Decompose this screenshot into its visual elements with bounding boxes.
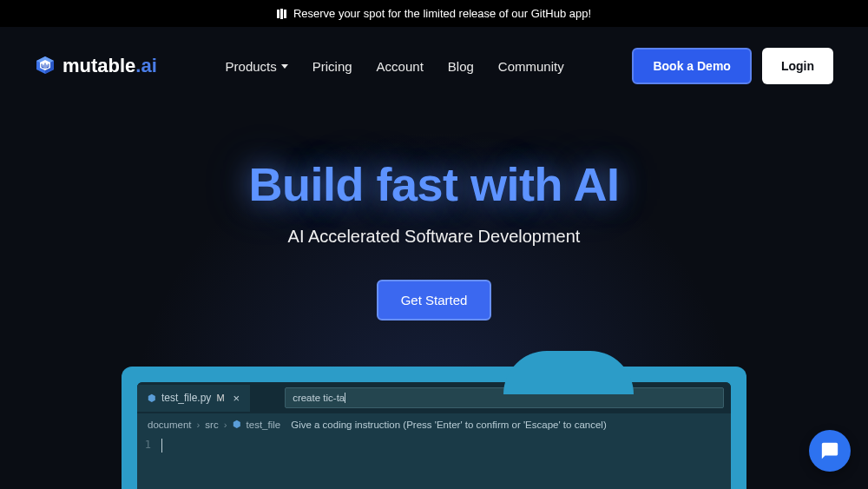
editor-tab[interactable]: ⬢ test_file.py M × bbox=[137, 385, 250, 412]
announcement-text: Reserve your spot for the limited releas… bbox=[293, 7, 591, 20]
book-demo-button[interactable]: Book a Demo bbox=[632, 48, 751, 84]
chat-widget-button[interactable] bbox=[809, 430, 851, 472]
editor-tab-bar: ⬢ test_file.py M × create tic-ta bbox=[137, 382, 731, 413]
python-file-icon: ⬢ bbox=[233, 419, 241, 430]
tab-close-icon[interactable]: × bbox=[233, 392, 240, 405]
hero-subtitle: AI Accelerated Software Development bbox=[0, 227, 868, 247]
crumb[interactable]: src bbox=[205, 420, 218, 430]
editor-breadcrumbs: document › src › ⬢ test_file Give a codi… bbox=[137, 413, 731, 435]
hero-section: Build fast with AI AI Accelerated Softwa… bbox=[0, 105, 868, 320]
code-line[interactable] bbox=[161, 439, 162, 453]
nav-community[interactable]: Community bbox=[498, 59, 564, 74]
nav-products[interactable]: Products bbox=[226, 59, 288, 74]
chat-bubble-icon bbox=[820, 441, 839, 460]
logo[interactable]: mutable.ai bbox=[35, 55, 157, 77]
nav-pricing[interactable]: Pricing bbox=[312, 59, 352, 74]
nav-menu: Products Pricing Account Blog Community bbox=[226, 59, 564, 74]
line-number: 1 bbox=[137, 439, 161, 453]
nav-account[interactable]: Account bbox=[377, 59, 424, 74]
tab-filename: test_file.py bbox=[161, 392, 211, 404]
logo-text: mutable.ai bbox=[62, 55, 157, 77]
logo-cube-icon bbox=[35, 55, 56, 76]
hero-title: Build fast with AI bbox=[0, 157, 868, 211]
editor-preview: ⬢ test_file.py M × create tic-ta documen… bbox=[122, 367, 746, 489]
nav-buttons: Book a Demo Login bbox=[632, 48, 833, 84]
nav-blog[interactable]: Blog bbox=[448, 59, 474, 74]
announcement-icon bbox=[277, 9, 286, 19]
get-started-button[interactable]: Get Started bbox=[377, 280, 492, 320]
crumb[interactable]: test_file bbox=[247, 420, 281, 430]
main-nav: mutable.ai Products Pricing Account Blog… bbox=[0, 27, 868, 105]
announcement-bar[interactable]: Reserve your spot for the limited releas… bbox=[0, 0, 868, 27]
editor-body: 1 bbox=[137, 435, 731, 456]
chevron-down-icon bbox=[281, 64, 288, 69]
login-button[interactable]: Login bbox=[762, 48, 833, 84]
tab-modified-indicator: M bbox=[216, 393, 224, 403]
python-file-icon: ⬢ bbox=[148, 393, 156, 404]
crumb[interactable]: document bbox=[148, 420, 192, 430]
command-hint: Give a coding instruction (Press 'Enter'… bbox=[291, 420, 607, 430]
